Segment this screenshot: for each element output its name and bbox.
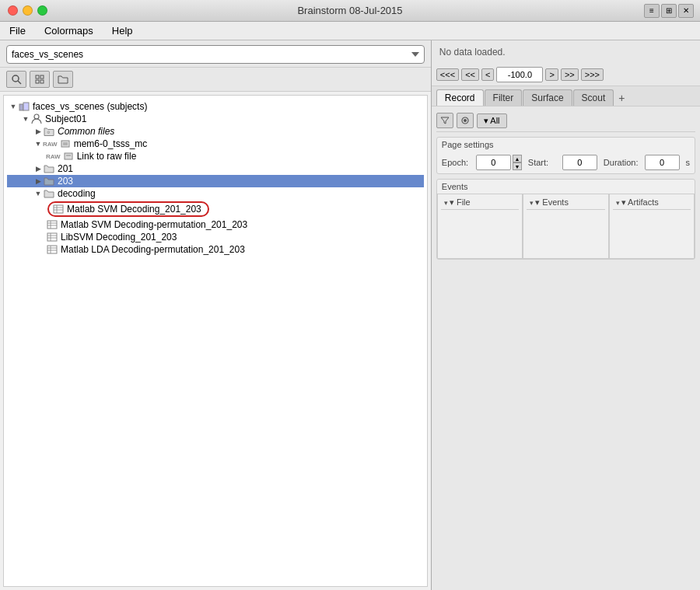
tree-toolbar [0,68,431,92]
close-button[interactable] [8,5,18,16]
events-events-header[interactable]: ▾ ▾ Events [527,196,604,210]
svg-point-0 [12,75,19,82]
matlab-svm-perm-icon [46,219,58,230]
maximize-button[interactable] [37,5,47,16]
events-dropdown-arrow-icon: ▾ [530,199,534,207]
minimize-button[interactable] [23,5,33,16]
layout-icon-btn[interactable]: ≡ [644,4,660,18]
matlab-svm-icon [52,204,65,215]
events-events-col: ▾ ▾ Events [523,194,608,259]
start-label: Start: [528,158,556,167]
tree-item-common-files[interactable]: ▶ ⚙ Common files [7,125,424,138]
svg-rect-6 [19,104,23,110]
nav-next-next-button[interactable]: >> [561,68,579,81]
titlebar-icons[interactable]: ≡ ⊞ ✕ [644,4,694,18]
svg-rect-19 [47,221,57,229]
page-settings-box: Page settings Epoch: 0 ▲ ▼ Start: [436,137,695,174]
left-panel: faces_vs_scenes [0,40,432,590]
nav-prev-button[interactable]: < [481,68,494,81]
tab-surface[interactable]: Surface [523,89,572,106]
epoch-down-button[interactable]: ▼ [513,162,522,170]
tree-item-subject01[interactable]: ▼ Subject01 [7,113,424,125]
titlebar: Brainstorm 08-Jul-2015 ≡ ⊞ ✕ [0,0,700,22]
window-buttons[interactable] [8,5,47,16]
menu-help[interactable]: Help [109,23,136,38]
201-label: 201 [58,163,73,174]
tree-item-libsvm[interactable]: LibSVM Decoding_201_203 [7,231,424,243]
subject01-icon [30,113,43,124]
tree-item-203[interactable]: ▶ 203 [7,175,424,187]
duration-input[interactable]: 0 [645,155,680,170]
events-box: Events ▾ ▾ File ▾ ▾ Events [436,179,695,260]
tree-item-matlab-svm-perm[interactable]: Matlab SVM Decoding-permutation_201_203 [7,218,424,231]
tree-item-matlab-lda[interactable]: Matlab LDA Decoding-permutation_201_203 [7,243,424,256]
nav-first-button[interactable]: <<< [436,68,459,81]
epoch-up-button[interactable]: ▲ [513,155,522,162]
folder-icon [58,75,68,84]
nav-next-button[interactable]: > [545,68,558,81]
link-raw-label: Link to raw file [77,151,137,162]
nav-value-input[interactable]: -100.0 [496,67,543,82]
tab-filter[interactable]: Filter [485,89,523,106]
203-folder-icon [43,176,55,187]
events-events-label: ▾ Events [535,197,569,208]
grid-tool-button[interactable] [30,71,50,88]
close-icon-btn[interactable]: ✕ [678,4,694,18]
events-artifacts-label: ▾ Artifacts [621,197,659,208]
tab-record[interactable]: Record [436,89,484,106]
svg-rect-5 [40,80,44,83]
tree-item-201[interactable]: ▶ 201 [7,162,424,175]
tabs-bar: Record Filter Surface Scout + [432,86,700,106]
epoch-input[interactable]: 0 [476,155,511,170]
events-artifacts-header[interactable]: ▾ ▾ Artifacts [613,196,691,210]
svg-rect-2 [36,75,39,79]
matlab-lda-icon [46,244,58,255]
decoding-folder-icon [43,188,55,199]
events-file-content [441,210,519,257]
page-settings-title: Page settings [437,138,695,152]
grid-icon-btn[interactable]: ⊞ [661,4,677,18]
raw-link-icon [62,151,75,162]
main-container: faces_vs_scenes [0,40,700,590]
filter-rec-button[interactable] [436,113,453,128]
events-file-header[interactable]: ▾ ▾ File [441,196,519,210]
tree-item-link-raw[interactable]: RAW Link to raw file [7,150,424,162]
events-file-label: ▾ File [450,197,471,208]
circle-rec-button[interactable] [457,113,474,128]
menu-file[interactable]: File [6,23,29,38]
all-dropdown-button[interactable]: ▾ All [477,113,507,128]
root-arrow-icon: ▼ [9,102,18,111]
tab-add-button[interactable]: + [614,90,628,106]
subject01-arrow-icon: ▼ [21,114,30,124]
record-content: ▾ All Page settings Epoch: 0 ▲ ▼ [432,106,700,590]
page-settings-body: Epoch: 0 ▲ ▼ Start: 0 Duration: [437,152,695,173]
start-input[interactable]: 0 [562,155,597,170]
filter-rec-icon [440,116,450,125]
tree-view[interactable]: ▼ faces_vs_scenes (subjects) ▼ [3,95,428,587]
right-panel: No data loaded. <<< << < -100.0 > >> >>>… [432,40,700,590]
svg-rect-23 [47,233,57,241]
project-select[interactable]: faces_vs_scenes [6,45,425,64]
decoding-label: decoding [58,188,96,199]
search-tool-button[interactable] [6,71,26,88]
tree-item-mem6[interactable]: ▼ RAW mem6-0_tsss_mc [7,138,424,150]
folder-tool-button[interactable] [53,71,73,88]
menu-colormaps[interactable]: Colormaps [41,23,96,38]
subject01-label: Subject01 [45,113,86,124]
tree-item-decoding[interactable]: ▼ decoding [7,187,424,200]
nav-last-button[interactable]: >>> [581,68,604,81]
common-files-label: Common files [58,126,114,137]
tree-root[interactable]: ▼ faces_vs_scenes (subjects) [7,100,424,113]
svg-rect-27 [47,246,57,253]
duration-input-group: 0 [645,155,680,170]
svg-point-8 [34,114,39,119]
tree-item-matlab-svm[interactable]: Matlab SVM Decoding_201_203 [7,200,424,218]
tab-scout[interactable]: Scout [573,89,614,106]
svg-point-32 [464,119,467,122]
nav-prev-prev-button[interactable]: << [461,68,479,81]
201-folder-icon [43,163,55,174]
events-artifacts-content [613,210,691,257]
no-data-label: No data loaded. [432,40,700,64]
matlab-lda-label: Matlab LDA Decoding-permutation_201_203 [61,244,245,255]
201-arrow-icon: ▶ [33,164,43,173]
